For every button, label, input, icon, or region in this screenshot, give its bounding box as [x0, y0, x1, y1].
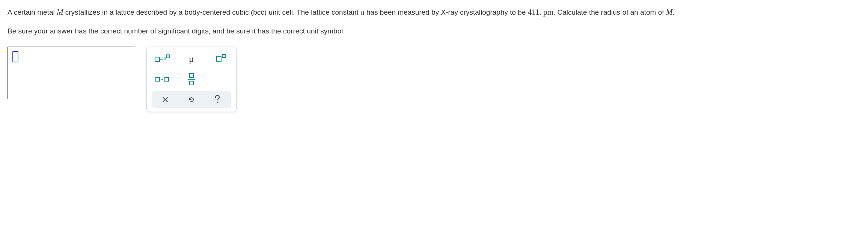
q-text: has been measured by X-ray crystallograp… — [365, 8, 528, 16]
multiply-button[interactable] — [153, 73, 171, 86]
superscript-icon — [216, 56, 225, 62]
question-text: A certain metal M crystallizes in a latt… — [8, 6, 856, 37]
mu-button[interactable]: μ — [182, 52, 200, 66]
superscript-button[interactable] — [212, 52, 230, 66]
answer-input[interactable] — [8, 47, 135, 99]
lattice-unit: pm — [541, 8, 553, 17]
fraction-icon — [188, 73, 195, 85]
help-button[interactable] — [210, 93, 225, 106]
question-icon — [214, 95, 222, 104]
q-text: . — [672, 8, 674, 16]
mu-icon: μ — [189, 51, 194, 67]
close-icon — [162, 96, 169, 103]
var-M: M — [666, 8, 673, 17]
q-text: . Calculate the radius of an atom of — [553, 8, 666, 16]
lattice-value: 411. — [528, 8, 541, 17]
sci-notation-icon: x10 — [155, 56, 170, 62]
undo-icon — [188, 96, 195, 103]
input-cursor — [12, 51, 18, 62]
sci-notation-button[interactable]: x10 — [153, 52, 171, 66]
fraction-button[interactable] — [182, 73, 200, 86]
symbol-palette: x10 μ — [146, 47, 237, 112]
svg-point-0 — [217, 101, 218, 103]
q-text: A certain metal — [8, 8, 57, 16]
multiply-icon — [155, 77, 169, 82]
reset-button[interactable] — [184, 93, 199, 106]
q-text: crystallizes in a lattice described by a… — [63, 8, 360, 16]
q-instruction: Be sure your answer has the correct numb… — [8, 26, 856, 37]
clear-button[interactable] — [158, 93, 173, 106]
var-a: a — [360, 8, 365, 17]
var-M: M — [57, 8, 63, 17]
